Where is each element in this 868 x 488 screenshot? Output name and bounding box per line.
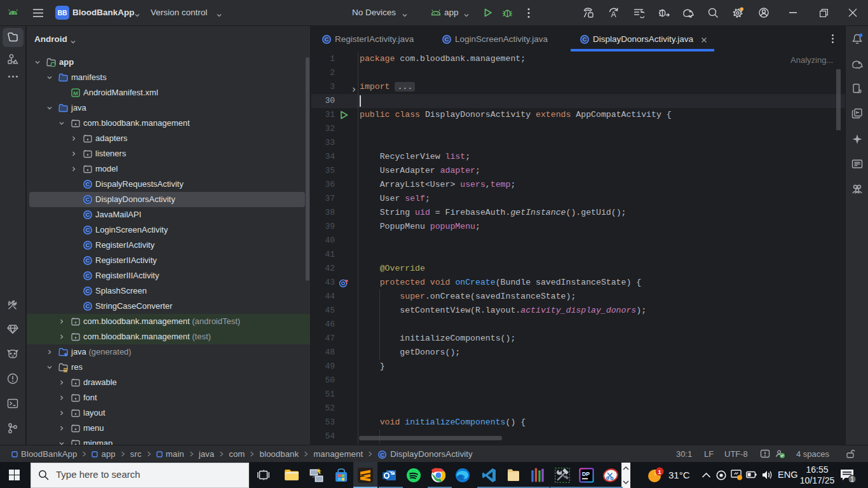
svg-text:C: C xyxy=(86,196,90,203)
svg-text:C: C xyxy=(445,36,449,43)
svg-text:C: C xyxy=(86,287,90,294)
svg-text:C: C xyxy=(86,302,90,309)
svg-text:A: A xyxy=(611,10,616,18)
svg-text:C: C xyxy=(86,226,90,233)
svg-text:DP: DP xyxy=(582,471,590,477)
svg-text:1: 1 xyxy=(658,468,661,475)
svg-text:C: C xyxy=(86,241,90,248)
svg-text:C: C xyxy=(380,452,384,458)
svg-text:M: M xyxy=(73,90,78,97)
svg-text:C: C xyxy=(86,272,90,279)
svg-text:1: 1 xyxy=(850,476,854,483)
svg-text:C: C xyxy=(86,180,90,187)
svg-text:C: C xyxy=(86,211,90,218)
svg-text:C: C xyxy=(325,36,329,43)
svg-text:C: C xyxy=(583,36,587,43)
svg-text:C: C xyxy=(86,257,90,264)
